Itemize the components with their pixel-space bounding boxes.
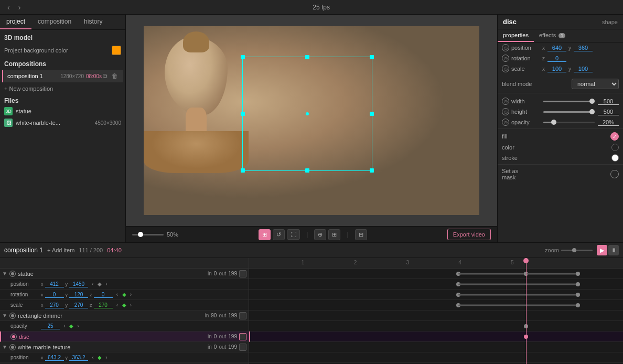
width-keyframe-icon[interactable]: ◷ xyxy=(502,98,509,105)
kf-statue-3[interactable] xyxy=(576,272,580,276)
kf-next-op[interactable]: › xyxy=(75,323,81,329)
position-keyframe-icon[interactable]: ◷ xyxy=(502,44,509,51)
prop-x-val-pos[interactable]: 412 xyxy=(45,281,64,287)
prop-x-val-tex[interactable]: 643.2 xyxy=(45,355,64,361)
kf-add-rot[interactable]: ◆ xyxy=(121,292,127,298)
playhead[interactable] xyxy=(526,258,527,364)
timeline-zoom-slider[interactable] xyxy=(561,250,593,251)
prop-z-val-sc[interactable]: 270 xyxy=(94,302,113,308)
new-composition-button[interactable]: + New composition xyxy=(0,83,125,94)
opacity-slider[interactable] xyxy=(543,122,595,123)
width-slider[interactable] xyxy=(543,101,595,102)
vis-icon-rect[interactable] xyxy=(9,313,16,319)
scale-y-value[interactable]: 100 xyxy=(574,66,593,72)
add-item-button[interactable]: + Add item xyxy=(47,247,74,253)
vis-icon-tex[interactable] xyxy=(9,344,16,350)
kf-prev-tex[interactable]: ‹ xyxy=(90,355,96,361)
align-button[interactable]: ⊕ xyxy=(314,229,326,240)
position-x-value[interactable]: 640 xyxy=(547,45,566,51)
tab-composition[interactable]: composition xyxy=(31,15,78,29)
pause-button[interactable]: ⏸ xyxy=(608,245,619,255)
tab-project[interactable]: project xyxy=(0,15,31,29)
bg-color-swatch[interactable] xyxy=(112,46,121,55)
file-item-statue[interactable]: 3D statue xyxy=(0,105,125,117)
file-item-texture[interactable]: 🖼 white-marble-te... 4500×3000 xyxy=(0,117,125,129)
tl-in-val-statue[interactable]: 0 xyxy=(214,271,217,276)
nav-next-button[interactable]: › xyxy=(15,2,24,13)
color-swatch-black[interactable] xyxy=(611,144,619,151)
tl-layer-disc[interactable]: disc in 0 out 199 xyxy=(0,331,249,342)
kf-prev-rot[interactable]: ‹ xyxy=(114,292,121,298)
tl-checkbox-rect[interactable] xyxy=(239,312,246,319)
opacity-value[interactable]: 20% xyxy=(598,119,619,126)
kf-prev[interactable]: ‹ xyxy=(90,281,96,287)
tl-checkbox-tex[interactable] xyxy=(239,344,246,351)
kf-add-op[interactable]: ◆ xyxy=(68,323,74,329)
width-value[interactable]: 500 xyxy=(598,98,619,105)
prop-y-val-tex[interactable]: 363.2 xyxy=(69,355,88,361)
expand-icon-rect[interactable]: ▼ xyxy=(2,313,7,318)
height-slider[interactable] xyxy=(543,111,595,113)
stroke-swatch-white[interactable] xyxy=(611,154,619,162)
kf-add[interactable]: ◆ xyxy=(96,281,103,287)
kf-rot-2[interactable] xyxy=(576,293,580,297)
tab-effects[interactable]: effects 1 xyxy=(534,29,571,42)
kf-prev-sc[interactable]: ‹ xyxy=(114,302,121,308)
rotation-z-value[interactable]: 0 xyxy=(547,55,566,62)
tab-history[interactable]: history xyxy=(78,15,109,29)
scale-x-value[interactable]: 100 xyxy=(547,66,566,72)
set-as-mask-toggle[interactable] xyxy=(610,170,619,178)
tl-layer-texture[interactable]: ▼ white-marble-texture in 0 out 199 xyxy=(0,342,249,352)
kf-add-sc[interactable]: ◆ xyxy=(121,302,127,308)
position-y-value[interactable]: 360 xyxy=(574,45,593,51)
rotation-keyframe-icon[interactable]: ◷ xyxy=(502,55,509,62)
zoom-slider[interactable] xyxy=(132,234,164,235)
tl-in-val-tex[interactable]: 0 xyxy=(214,344,217,350)
kf-pos-2[interactable] xyxy=(576,282,580,286)
reset-button[interactable]: ↺ xyxy=(273,229,285,240)
prop-y-val-sc[interactable]: 270 xyxy=(69,302,88,308)
nav-prev-button[interactable]: ‹ xyxy=(4,2,13,13)
scale-keyframe-icon[interactable]: ◷ xyxy=(502,65,509,72)
tl-in-val-disc[interactable]: 0 xyxy=(214,334,217,339)
height-keyframe-icon[interactable]: ◷ xyxy=(502,108,509,115)
tl-layer-rect-dimmer[interactable]: ▼ rectangle dimmer in 90 out 199 xyxy=(0,311,249,321)
prop-z-val-rot[interactable]: 0 xyxy=(94,292,113,298)
blend-mode-select[interactable]: normal multiply screen overlay xyxy=(572,79,619,89)
kf-add-tex[interactable]: ◆ xyxy=(96,355,103,361)
kf-prev-op[interactable]: ‹ xyxy=(61,323,68,329)
export-video-button[interactable]: Export video xyxy=(447,229,491,240)
kf-next-tex[interactable]: › xyxy=(103,355,110,361)
prop-y-val-rot[interactable]: 120 xyxy=(69,292,88,298)
prop-x-val-sc[interactable]: 270 xyxy=(45,302,64,308)
kf-next-sc[interactable]: › xyxy=(128,302,134,308)
tab-properties[interactable]: properties xyxy=(498,29,534,42)
comp-delete-button[interactable]: 🗑 xyxy=(111,71,119,81)
tl-checkbox-statue[interactable] xyxy=(239,270,246,277)
tl-out-val-tex[interactable]: 199 xyxy=(228,344,237,350)
transform2-button[interactable]: ⊞ xyxy=(328,229,340,240)
height-value[interactable]: 500 xyxy=(598,109,619,115)
prop-x-val-rot[interactable]: 0 xyxy=(45,292,64,298)
fill-toggle[interactable]: ✓ xyxy=(610,132,619,141)
prop-y-val-pos[interactable]: 1450 xyxy=(69,281,88,287)
tl-layer-statue[interactable]: ▼ statue in 0 out 199 xyxy=(0,269,249,279)
tl-in-val-rect[interactable]: 90 xyxy=(211,313,217,318)
composition-item[interactable]: composition 1 1280×720 08:00s ⧉ 🗑 xyxy=(2,70,123,82)
tl-out-val-rect[interactable]: 199 xyxy=(228,313,237,318)
comp-duplicate-button[interactable]: ⧉ xyxy=(102,71,109,81)
tl-checkbox-disc[interactable] xyxy=(239,333,246,340)
tl-out-val-disc[interactable]: 199 xyxy=(228,334,237,339)
vis-icon-statue[interactable] xyxy=(9,271,16,277)
kf-next-rot[interactable]: › xyxy=(128,292,134,298)
expand-icon-tex[interactable]: ▼ xyxy=(2,344,7,350)
expand-icon[interactable]: ▼ xyxy=(2,271,7,276)
kf-next[interactable]: › xyxy=(103,281,110,287)
tl-out-val-statue[interactable]: 199 xyxy=(228,271,237,276)
play-button[interactable]: ▶ xyxy=(597,245,607,255)
vis-icon-disc[interactable] xyxy=(10,334,17,340)
grid-button[interactable]: ⊟ xyxy=(355,229,367,240)
add-transform-button[interactable]: ⊞ xyxy=(259,229,271,240)
opacity-keyframe-icon[interactable]: ◷ xyxy=(502,119,509,126)
fullscreen-button[interactable]: ⛶ xyxy=(287,229,300,240)
